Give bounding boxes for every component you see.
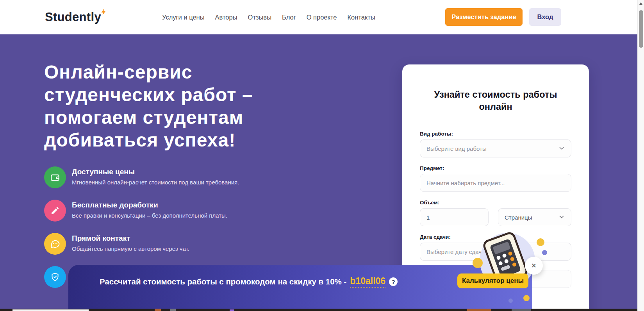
scrollbar-thumb[interactable] (639, 10, 643, 48)
nav-item-services[interactable]: Услуги и цены (162, 14, 205, 21)
hero-title-line: студенческих работ – (44, 84, 253, 106)
nav-item-authors[interactable]: Авторы (215, 14, 237, 21)
decor-dot (473, 258, 483, 268)
nav-item-about[interactable]: О проекте (307, 14, 337, 21)
calculator-title: Узнайте стоимость работы онлайн (417, 64, 574, 113)
chevron-down-icon (558, 145, 565, 152)
scrollbar-up-arrow[interactable] (638, 0, 644, 7)
promo-code-link[interactable]: b10all06 (350, 276, 385, 288)
hero-title-line: добиваться успеха! (44, 129, 253, 152)
volume-input[interactable] (420, 208, 489, 226)
decor-dot (523, 295, 530, 301)
post-task-button[interactable]: Разместить задание (445, 8, 523, 26)
nav-item-contacts[interactable]: Контакты (348, 14, 375, 21)
calculator-keypad (490, 238, 521, 278)
volume-label: Объем: (420, 200, 571, 206)
decor-dot (508, 298, 513, 303)
price-calculator-button[interactable]: Калькулятор цены (457, 273, 528, 288)
feature-description: Общайтесь напрямую с автором через чат. (72, 245, 189, 252)
feature-title: Прямой контакт (72, 234, 189, 243)
close-icon[interactable]: × (525, 257, 543, 275)
hero-title-line: Онлайн-сервис (44, 61, 253, 84)
hero-title-line: помогаем студентам (44, 106, 253, 129)
work-type-select[interactable]: Выберите вид работы (420, 139, 571, 157)
chevron-down-icon (558, 214, 565, 221)
work-type-placeholder: Выберите вид работы (426, 145, 487, 152)
feature-description: Все правки и консультации – без дополнит… (72, 212, 227, 219)
browser-viewport: Studently Услуги и цены Авторы Отзывы Бл… (0, 0, 644, 311)
shield-check-icon (44, 266, 66, 288)
feature-description: Мгновенный онлайн-расчет стоимости под в… (72, 179, 239, 186)
help-icon[interactable]: ? (389, 277, 398, 286)
work-type-label: Вид работы: (420, 131, 571, 137)
feature-title: Бесплатные доработки (72, 201, 227, 209)
studently-page: Studently Услуги и цены Авторы Отзывы Бл… (0, 0, 637, 311)
logo[interactable]: Studently (45, 10, 101, 24)
login-button[interactable]: Вход (529, 8, 561, 26)
decor-dot (542, 250, 547, 255)
main-navigation: Услуги и цены Авторы Отзывы Блог О проек… (162, 0, 375, 34)
nav-item-blog[interactable]: Блог (282, 14, 296, 21)
feature-contact: Прямой контакт Общайтесь напрямую с авто… (44, 233, 286, 255)
decor-dot (537, 238, 544, 246)
feature-title: Доступные цены (72, 168, 239, 176)
nav-item-reviews[interactable]: Отзывы (248, 14, 271, 21)
subject-label: Предмет: (420, 165, 571, 171)
volume-unit-value: Страницы (505, 214, 532, 221)
logo-text: Studently (45, 10, 101, 24)
feature-revisions: Бесплатные доработки Все правки и консул… (44, 200, 286, 222)
wallet-icon (44, 166, 66, 188)
subject-input[interactable] (420, 174, 571, 192)
taskbar-edge (0, 309, 637, 311)
pen-icon (44, 200, 66, 222)
scrollbar[interactable] (637, 0, 644, 311)
hero-title: Онлайн-сервис студенческих работ – помог… (44, 61, 253, 152)
feature-prices: Доступные цены Мгновенный онлайн-расчет … (44, 166, 286, 188)
promo-text: Рассчитай стоимость работы с промокодом … (100, 277, 346, 286)
header: Studently Услуги и цены Авторы Отзывы Бл… (0, 0, 637, 34)
lightning-bolt-icon (100, 6, 107, 20)
volume-unit-select[interactable]: Страницы (498, 208, 571, 226)
chat-icon (44, 233, 66, 255)
